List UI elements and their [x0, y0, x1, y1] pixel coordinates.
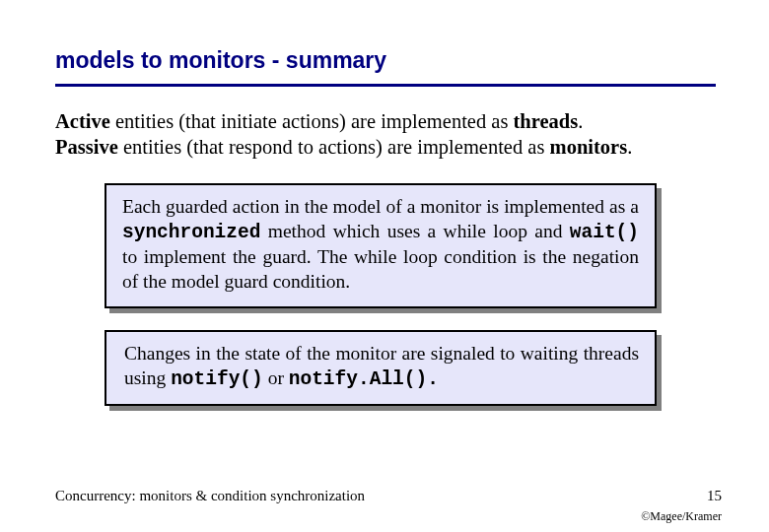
- body-line-1-mid: entities (that initiate actions) are imp…: [110, 110, 514, 132]
- box1-code2: wait(): [570, 222, 639, 243]
- box-container: Each guarded action in the model of a mo…: [105, 183, 657, 406]
- active-keyword: Active: [55, 110, 110, 132]
- body-line-1: Active entities (that initiate actions) …: [55, 108, 722, 134]
- box2-part2: or: [263, 367, 289, 388]
- box1-code1: synchronized: [122, 222, 260, 243]
- slide-title: models to monitors - summary: [55, 47, 722, 74]
- threads-keyword: threads: [514, 110, 579, 132]
- footer: Concurrency: monitors & condition synchr…: [55, 488, 722, 504]
- box1-part3: to implement the guard. The while loop c…: [122, 246, 639, 292]
- page-number: 15: [707, 488, 722, 504]
- box2-code1: notify(): [171, 368, 263, 390]
- slide: models to monitors - summary Active enti…: [0, 0, 769, 532]
- callout-box-1: Each guarded action in the model of a mo…: [105, 183, 657, 308]
- body-line-2: Passive entities (that respond to action…: [55, 134, 722, 160]
- body-text: Active entities (that initiate actions) …: [55, 108, 722, 160]
- body-line-1-end: .: [578, 110, 583, 132]
- body-line-2-end: .: [627, 136, 632, 158]
- title-rule: [55, 84, 716, 87]
- footer-left: Concurrency: monitors & condition synchr…: [55, 488, 365, 504]
- box1-part1: Each guarded action in the model of a mo…: [122, 196, 639, 217]
- passive-keyword: Passive: [55, 136, 118, 158]
- monitors-keyword: monitors: [550, 136, 628, 158]
- box1-part2: method which uses a while loop and: [260, 221, 569, 241]
- box2-code2: notify.All().: [289, 368, 439, 390]
- callout-box-2: Changes in the state of the monitor are …: [105, 330, 657, 406]
- credit: ©Magee/Kramer: [641, 509, 722, 524]
- body-line-2-mid: entities (that respond to actions) are i…: [118, 136, 550, 158]
